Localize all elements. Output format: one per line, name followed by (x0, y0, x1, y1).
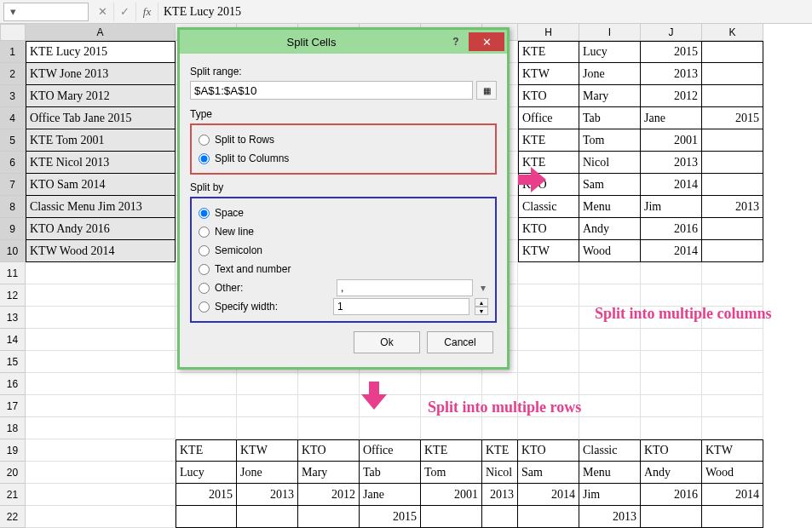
cell[interactable]: KTO (298, 439, 360, 462)
cell[interactable] (518, 307, 579, 329)
cell[interactable]: Tom (579, 129, 641, 152)
cell[interactable]: Office (518, 107, 579, 129)
cell[interactable]: Lucy (579, 41, 641, 63)
cell[interactable] (26, 351, 176, 373)
cell[interactable] (518, 373, 579, 395)
cell[interactable] (702, 174, 763, 196)
cell[interactable]: Sam (579, 174, 641, 196)
ok-button[interactable]: Ok (354, 331, 420, 353)
cell[interactable]: 2013 (641, 152, 702, 174)
cell[interactable]: 2016 (641, 484, 702, 506)
cancel-formula-icon[interactable]: ✕ (92, 3, 114, 21)
row-header[interactable]: 11 (0, 262, 26, 284)
row-header[interactable]: 19 (0, 439, 26, 462)
cell[interactable] (641, 506, 702, 528)
col-header-I[interactable]: I (579, 24, 641, 41)
cell[interactable]: KTE Tom 2001 (26, 129, 176, 152)
split-width-input[interactable] (333, 298, 469, 315)
cell[interactable]: Menu (579, 196, 641, 218)
cell[interactable]: 2013 (482, 484, 518, 506)
row-header[interactable]: 13 (0, 307, 26, 329)
cell[interactable] (702, 262, 763, 284)
select-all-corner[interactable] (0, 24, 26, 41)
split-space-radio[interactable] (199, 208, 210, 219)
cell[interactable] (26, 439, 176, 462)
cell[interactable]: 2013 (579, 506, 641, 528)
other-dropdown-icon[interactable]: ▾ (478, 282, 488, 294)
spinner-up-icon[interactable]: ▲ (475, 298, 488, 307)
cell[interactable] (579, 395, 641, 417)
formula-input[interactable]: KTE Lucy 2015 (158, 3, 812, 21)
cell[interactable] (702, 373, 763, 395)
cell[interactable] (298, 395, 360, 417)
cell[interactable] (641, 351, 702, 373)
cell[interactable] (237, 395, 298, 417)
cell[interactable]: 2014 (518, 484, 579, 506)
cell[interactable] (518, 417, 579, 439)
cell[interactable] (702, 395, 763, 417)
cell[interactable]: KTO (518, 439, 579, 462)
cell[interactable]: Jim (641, 196, 702, 218)
cell[interactable]: KTO Andy 2016 (26, 218, 176, 240)
row-header[interactable]: 15 (0, 351, 26, 373)
cell[interactable]: Wood (702, 462, 763, 484)
cell[interactable]: 2016 (641, 218, 702, 240)
cell[interactable]: 2012 (298, 484, 360, 506)
col-header-A[interactable]: A (26, 24, 176, 41)
cell[interactable]: Jane (360, 484, 421, 506)
cell[interactable]: Classic (518, 196, 579, 218)
col-header-J[interactable]: J (641, 24, 702, 41)
cell[interactable]: Tab (360, 462, 421, 484)
cell[interactable]: Tom (421, 462, 482, 484)
cell[interactable] (360, 417, 421, 439)
dialog-titlebar[interactable]: Split Cells ? ✕ (180, 30, 507, 54)
cell[interactable] (482, 373, 518, 395)
cell[interactable]: Andy (641, 462, 702, 484)
cell[interactable] (579, 417, 641, 439)
row-header[interactable]: 2 (0, 63, 26, 85)
cell[interactable] (518, 329, 579, 351)
cell[interactable] (518, 262, 579, 284)
cell[interactable] (641, 284, 702, 307)
cell[interactable] (641, 373, 702, 395)
cell[interactable]: 2013 (641, 63, 702, 85)
row-header[interactable]: 21 (0, 484, 26, 506)
cell[interactable] (482, 417, 518, 439)
cell[interactable] (579, 262, 641, 284)
cell[interactable] (26, 462, 176, 484)
row-header[interactable]: 4 (0, 107, 26, 129)
cell[interactable]: 2014 (641, 174, 702, 196)
cell[interactable] (176, 373, 237, 395)
cell[interactable]: 2015 (641, 41, 702, 63)
cell[interactable] (518, 506, 579, 528)
cell[interactable]: Jone (237, 462, 298, 484)
cell[interactable] (421, 506, 482, 528)
cell[interactable]: Mary (298, 462, 360, 484)
cell[interactable]: Wood (579, 240, 641, 262)
cell[interactable]: 2015 (176, 484, 237, 506)
split-rows-radio[interactable] (199, 135, 210, 146)
row-header[interactable]: 22 (0, 506, 26, 528)
cell[interactable]: Sam (518, 462, 579, 484)
cell[interactable]: Nicol (579, 152, 641, 174)
cell[interactable] (298, 417, 360, 439)
cell[interactable]: 2013 (237, 484, 298, 506)
cell[interactable] (579, 284, 641, 307)
cell[interactable]: 2012 (641, 85, 702, 107)
cell[interactable]: KTW (518, 63, 579, 85)
cell[interactable]: Lucy (176, 462, 237, 484)
cell[interactable]: 2001 (641, 129, 702, 152)
row-header[interactable]: 6 (0, 152, 26, 174)
cell[interactable]: 2013 (702, 196, 763, 218)
dialog-help-icon[interactable]: ? (443, 36, 469, 48)
cell[interactable]: Menu (579, 462, 641, 484)
row-header[interactable]: 10 (0, 240, 26, 262)
dialog-close-icon[interactable]: ✕ (469, 32, 504, 51)
cell[interactable]: KTE Lucy 2015 (26, 41, 176, 63)
cell[interactable] (518, 284, 579, 307)
cell[interactable]: KTE (518, 41, 579, 63)
cell[interactable]: 2014 (641, 240, 702, 262)
cell[interactable]: 2015 (360, 506, 421, 528)
cell[interactable]: Jim (579, 484, 641, 506)
row-header[interactable]: 12 (0, 284, 26, 307)
